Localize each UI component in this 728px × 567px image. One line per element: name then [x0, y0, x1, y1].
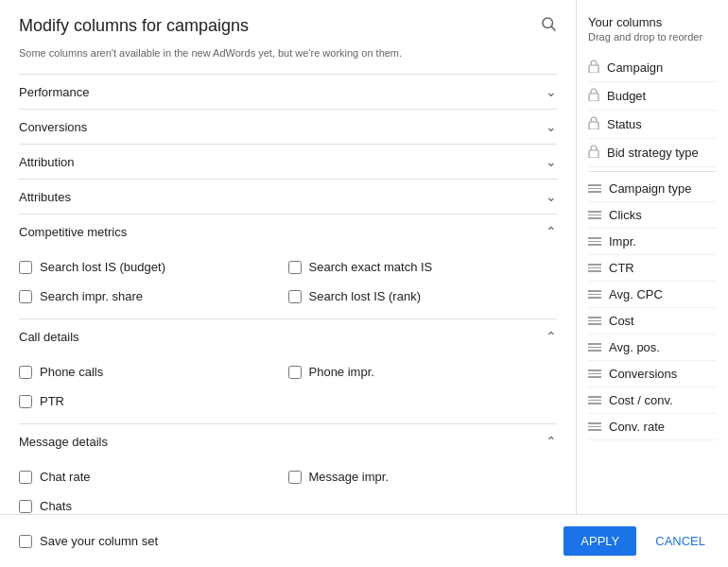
drag-handle-icon[interactable]: [588, 211, 601, 219]
chevron-down-icon: ⌄: [546, 154, 557, 169]
col-item-status: Status: [588, 111, 717, 139]
svg-rect-4: [589, 122, 598, 129]
checkbox-phone-calls[interactable]: Phone calls: [19, 361, 288, 383]
apply-button[interactable]: APPLY: [563, 526, 636, 556]
section-message-details-label: Message details: [19, 435, 108, 449]
col-item-draggable[interactable]: Cost / conv.: [588, 387, 717, 414]
section-call-details-label: Call details: [19, 330, 79, 344]
drag-handle-icon[interactable]: [588, 396, 601, 404]
info-text: Some columns aren't available in the new…: [19, 47, 557, 59]
chevron-down-icon: ⌄: [546, 119, 557, 134]
col-item-draggable[interactable]: Conversions: [588, 361, 717, 387]
drag-handle-icon[interactable]: [588, 343, 601, 352]
col-item-draggable[interactable]: Impr.: [588, 229, 717, 255]
col-item-campaign-label: Campaign: [607, 60, 663, 75]
col-item-campaign: Campaign: [588, 54, 717, 82]
svg-line-1: [551, 26, 555, 30]
checkbox-search-exact-match-label: Search exact match IS: [309, 260, 433, 274]
chevron-down-icon: ⌄: [546, 84, 557, 99]
checkbox-chats-label: Chats: [40, 499, 72, 513]
checkbox-search-lost-rank-input[interactable]: [288, 290, 302, 303]
col-item-bid-strategy: Bid strategy type: [588, 139, 717, 167]
col-item-draggable[interactable]: CTR: [588, 255, 717, 282]
cancel-button[interactable]: CANCEL: [651, 526, 709, 556]
svg-rect-3: [589, 94, 598, 101]
section-attribution[interactable]: Attribution ⌄: [19, 144, 557, 179]
checkbox-search-lost-rank[interactable]: Search lost IS (rank): [288, 285, 558, 307]
section-conversions[interactable]: Conversions ⌄: [19, 109, 557, 144]
col-item-budget: Budget: [588, 82, 717, 111]
col-item-status-label: Status: [607, 117, 642, 131]
section-conversions-label: Conversions: [19, 120, 87, 134]
drag-handle-icon[interactable]: [588, 184, 601, 193]
checkbox-ptr[interactable]: PTR: [19, 390, 288, 412]
checkbox-phone-calls-input[interactable]: [19, 366, 32, 379]
col-item-draggable[interactable]: Conv. rate: [588, 414, 717, 440]
drag-handle-icon[interactable]: [588, 264, 601, 272]
checkbox-search-impr-share-input[interactable]: [19, 290, 32, 303]
chevron-up-icon: ⌃: [546, 434, 557, 449]
drag-handle-icon[interactable]: [588, 237, 601, 246]
section-competitive-metrics[interactable]: Competitive metrics ⌃: [19, 214, 557, 249]
drag-handle-icon[interactable]: [588, 369, 601, 378]
right-panel-title: Your columns: [588, 15, 717, 29]
save-column-set-label: Save your column set: [40, 534, 158, 548]
checkbox-chats[interactable]: Chats: [19, 495, 288, 514]
section-performance-label: Performance: [19, 85, 89, 99]
checkbox-chat-rate-label: Chat rate: [40, 470, 90, 484]
checkbox-search-lost-budget-label: Search lost IS (budget): [40, 260, 165, 274]
lock-icon: [588, 60, 599, 76]
section-attributes[interactable]: Attributes ⌄: [19, 179, 557, 214]
checkbox-search-lost-budget-input[interactable]: [19, 261, 32, 274]
checkbox-ptr-label: PTR: [40, 394, 64, 408]
section-competitive-metrics-label: Competitive metrics: [19, 225, 127, 239]
checkbox-search-lost-rank-label: Search lost IS (rank): [309, 289, 422, 303]
chevron-down-icon: ⌄: [546, 189, 557, 204]
page-title: Modify columns for campaigns: [19, 16, 249, 36]
checkbox-message-impr[interactable]: Message impr.: [288, 466, 558, 488]
checkbox-message-impr-label: Message impr.: [309, 470, 390, 484]
checkbox-phone-impr-input[interactable]: [288, 366, 302, 379]
drag-handle-icon[interactable]: [588, 290, 601, 299]
section-attributes-label: Attributes: [19, 190, 71, 204]
save-column-set-checkbox[interactable]: [19, 535, 32, 548]
chevron-up-icon: ⌃: [546, 329, 557, 344]
checkbox-search-lost-budget[interactable]: Search lost IS (budget): [19, 256, 288, 278]
svg-point-0: [543, 18, 553, 28]
section-message-details[interactable]: Message details ⌃: [19, 423, 557, 458]
section-performance[interactable]: Performance ⌄: [19, 74, 557, 109]
checkbox-ptr-input[interactable]: [19, 395, 32, 408]
checkbox-search-impr-share[interactable]: Search impr. share: [19, 285, 288, 307]
checkbox-phone-impr[interactable]: Phone impr.: [288, 361, 558, 383]
col-item-budget-label: Budget: [607, 89, 646, 103]
col-item-draggable[interactable]: Cost: [588, 308, 717, 335]
lock-icon: [588, 116, 599, 132]
call-details-content: Phone calls Phone impr. PTR: [19, 353, 557, 423]
col-item-draggable[interactable]: Campaign type: [588, 176, 717, 202]
checkbox-chat-rate-input[interactable]: [19, 471, 32, 484]
section-attribution-label: Attribution: [19, 155, 75, 169]
col-item-draggable[interactable]: Avg. pos.: [588, 335, 717, 361]
drag-handle-icon[interactable]: [588, 422, 601, 431]
chevron-up-icon: ⌃: [546, 224, 557, 239]
checkbox-search-exact-match[interactable]: Search exact match IS: [288, 256, 558, 278]
checkbox-phone-calls-label: Phone calls: [40, 365, 103, 379]
right-panel-subtitle: Drag and drop to reorder: [588, 31, 717, 43]
col-item-draggable[interactable]: Clicks: [588, 202, 717, 229]
checkbox-chat-rate[interactable]: Chat rate: [19, 466, 288, 488]
checkbox-chats-input[interactable]: [19, 500, 32, 513]
checkbox-search-exact-match-input[interactable]: [288, 261, 302, 274]
search-button[interactable]: [540, 15, 557, 36]
competitive-metrics-content: Search lost IS (budget) Search exact mat…: [19, 249, 557, 318]
col-item-draggable[interactable]: Avg. CPC: [588, 282, 717, 308]
col-item-bid-strategy-label: Bid strategy type: [607, 146, 699, 160]
svg-rect-2: [589, 65, 598, 73]
checkbox-message-impr-input[interactable]: [288, 471, 302, 484]
divider: [588, 171, 717, 172]
checkbox-search-impr-share-label: Search impr. share: [40, 289, 143, 303]
drag-handle-icon[interactable]: [588, 317, 601, 325]
section-call-details[interactable]: Call details ⌃: [19, 318, 557, 353]
svg-rect-5: [589, 150, 598, 158]
checkbox-phone-impr-label: Phone impr.: [309, 365, 374, 379]
message-details-content: Chat rate Message impr. Chats: [19, 458, 557, 514]
